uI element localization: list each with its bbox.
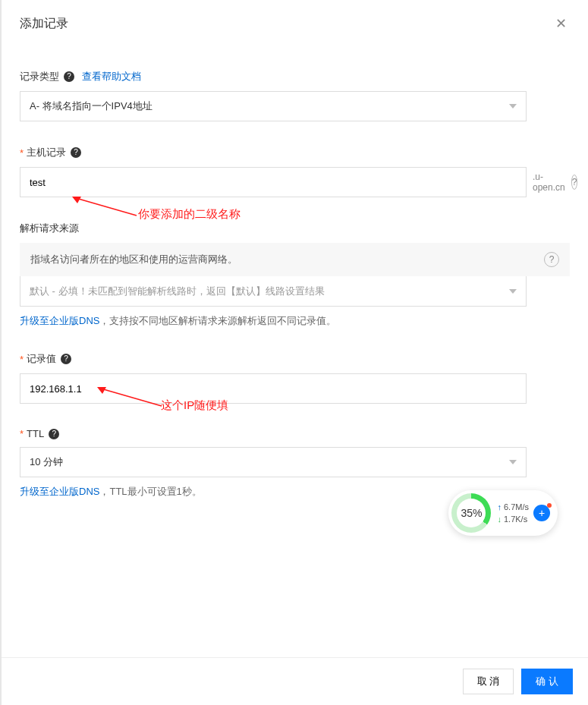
help-icon[interactable]: ? [61,354,71,364]
gauge-percent: 35% [461,507,482,519]
modal-footer: 取 消 确 认 [2,657,588,705]
source-label: 解析请求来源 [20,222,79,235]
upgrade-link[interactable]: 升级至企业版DNS [20,486,99,497]
download-speed: 1.7K/s [497,513,529,526]
source-note-rest: ，支持按不同地区解析请求来源解析返回不同记录值。 [99,315,336,326]
host-record-section: * 主机记录 ? .u-open.cn ? [20,146,570,197]
help-outline-icon[interactable]: ? [571,175,578,190]
upload-speed: 6.7M/s [497,501,529,514]
record-value-input[interactable] [20,373,527,404]
cpu-gauge: 35% [451,493,491,533]
source-label-row: 解析请求来源 [20,222,570,235]
add-record-modal: 添加记录 ✕ 记录类型 ? 查看帮助文档 A- 将域名指向一个IPV4地址 * … [0,0,588,705]
cancel-button[interactable]: 取 消 [463,669,514,694]
ttl-note-rest: ，TTL最小可设置1秒。 [99,486,201,497]
chevron-down-icon [509,104,517,109]
chevron-down-icon [509,289,517,294]
source-note: 升级至企业版DNS，支持按不同地区解析请求来源解析返回不同记录值。 [20,314,570,328]
help-icon[interactable]: ? [64,71,74,82]
host-record-label: 主机记录 [27,146,66,159]
required-mark: * [20,147,24,159]
add-widget-button[interactable]: + [533,505,550,521]
source-desc-text: 指域名访问者所在的地区和使用的运营商网络。 [30,253,237,266]
record-value-label: 记录值 [27,352,56,366]
chevron-down-icon [509,460,517,464]
host-record-input-wrap: .u-open.cn ? [20,167,570,197]
help-outline-icon[interactable]: ? [544,252,559,267]
upgrade-link[interactable]: 升级至企业版DNS [20,315,99,326]
close-button[interactable]: ✕ [552,14,570,33]
network-speeds: 6.7M/s 1.7K/s [497,501,529,526]
record-value-label-row: * 记录值 ? [20,352,570,366]
modal-title: 添加记录 [20,16,68,32]
speed-widget[interactable]: 35% 6.7M/s 1.7K/s + [448,490,558,536]
domain-suffix: .u-open.cn [533,172,565,193]
record-type-label-row: 记录类型 ? 查看帮助文档 [20,70,570,83]
help-icon[interactable]: ? [49,429,59,439]
source-desc: 指域名访问者所在的地区和使用的运营商网络。 ? [20,243,570,276]
plus-icon: + [539,507,545,519]
help-icon[interactable]: ? [71,147,81,158]
record-type-section: 记录类型 ? 查看帮助文档 A- 将域名指向一个IPV4地址 [20,70,570,121]
record-value-section: * 记录值 ? [20,352,570,404]
source-section: 解析请求来源 指域名访问者所在的地区和使用的运营商网络。 ? 默认 - 必填！未… [20,222,570,328]
close-icon: ✕ [555,16,567,31]
modal-body: 记录类型 ? 查看帮助文档 A- 将域名指向一个IPV4地址 * 主机记录 ? … [2,44,588,499]
host-record-input[interactable] [20,167,527,197]
host-record-label-row: * 主机记录 ? [20,146,570,159]
ttl-label-row: * TTL ? [20,428,570,439]
source-select[interactable]: 默认 - 必填！未匹配到智能解析线路时，返回【默认】线路设置结果 [20,276,527,307]
ttl-section: * TTL ? 10 分钟 升级至企业版DNS，TTL最小可设置1秒。 [20,428,570,499]
record-type-label: 记录类型 [20,70,59,83]
ttl-select[interactable]: 10 分钟 [20,447,527,477]
modal-header: 添加记录 ✕ [2,0,588,44]
ttl-value: 10 分钟 [30,455,63,469]
record-type-select[interactable]: A- 将域名指向一个IPV4地址 [20,91,527,121]
required-mark: * [20,354,24,365]
source-placeholder: 默认 - 必填！未匹配到智能解析线路时，返回【默认】线路设置结果 [30,285,325,298]
help-doc-link[interactable]: 查看帮助文档 [82,70,141,83]
required-mark: * [20,428,24,439]
confirm-button[interactable]: 确 认 [521,669,573,694]
record-type-value: A- 将域名指向一个IPV4地址 [30,99,153,113]
ttl-label: TTL [27,428,44,439]
